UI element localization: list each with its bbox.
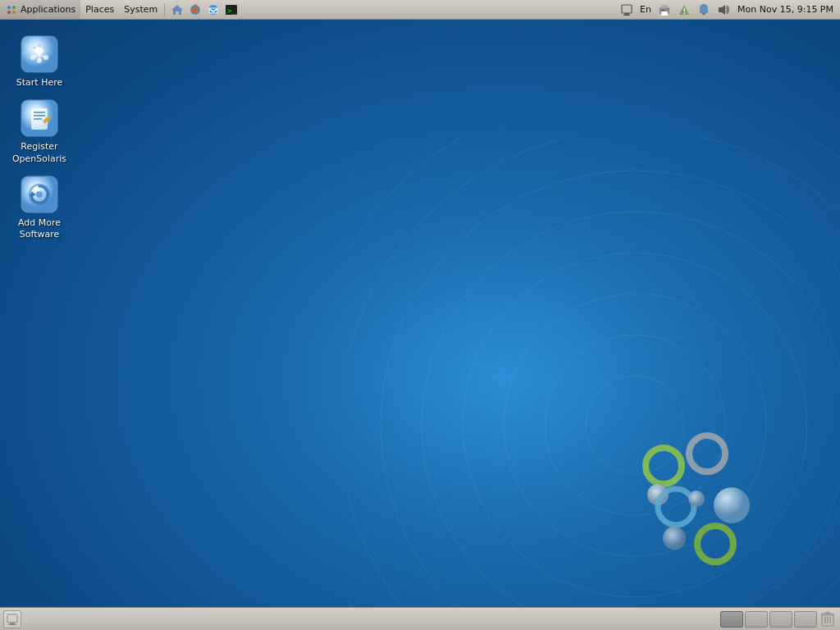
svg-point-43 <box>12 6 16 9</box>
svg-point-4 <box>422 212 840 630</box>
add-software-icon-image <box>20 175 59 214</box>
applications-menu-label: Applications <box>21 4 75 15</box>
svg-point-17 <box>688 491 705 507</box>
desktop: Start Here <box>0 0 840 630</box>
panel-separator-1 <box>164 3 165 16</box>
svg-point-12 <box>348 138 840 630</box>
svg-point-9 <box>348 138 840 630</box>
svg-point-6 <box>348 138 840 630</box>
workspace-1-button[interactable] <box>720 611 743 628</box>
svg-rect-53 <box>624 13 629 15</box>
svg-point-1 <box>545 335 725 515</box>
network-tray-icon[interactable] <box>618 2 636 18</box>
workspace-2-button[interactable] <box>745 611 768 628</box>
system-menu-label: System <box>124 4 158 15</box>
svg-point-8 <box>348 138 840 630</box>
notify-tray-icon[interactable] <box>695 2 713 18</box>
svg-rect-57 <box>661 11 668 16</box>
svg-point-22 <box>35 47 43 55</box>
svg-marker-62 <box>719 5 725 15</box>
terminal-button[interactable]: >_ <box>222 1 240 19</box>
svg-point-18 <box>714 487 750 523</box>
svg-point-2 <box>504 294 766 556</box>
svg-rect-54 <box>623 15 630 16</box>
volume-tray-icon[interactable] <box>714 2 733 18</box>
svg-point-20 <box>697 526 733 562</box>
svg-point-0 <box>586 376 684 474</box>
svg-point-3 <box>463 253 807 597</box>
start-here-label: Start Here <box>16 77 62 89</box>
taskbar-left <box>0 610 25 628</box>
show-desktop-button[interactable] <box>3 610 21 628</box>
taskbar-right <box>717 610 840 628</box>
svg-point-31 <box>33 46 36 49</box>
svg-rect-35 <box>34 115 45 116</box>
svg-point-16 <box>658 489 694 525</box>
applications-menu[interactable]: Applications <box>0 0 80 19</box>
svg-rect-63 <box>7 614 17 623</box>
svg-rect-56 <box>661 5 668 8</box>
places-menu[interactable]: Places <box>80 0 119 19</box>
datetime-text: Mon Nov 15, 9:15 PM <box>737 4 833 15</box>
keyboard-layout-indicator[interactable]: En <box>637 2 654 18</box>
trash-button[interactable] <box>819 610 837 628</box>
panel-left: Applications Places System <box>0 0 614 19</box>
system-menu[interactable]: System <box>119 0 162 19</box>
svg-point-5 <box>381 171 840 630</box>
svg-marker-46 <box>171 5 183 15</box>
home-button[interactable] <box>168 1 186 19</box>
svg-point-13 <box>646 448 682 484</box>
start-here-icon-image <box>20 34 59 74</box>
bottom-panel <box>0 607 840 630</box>
svg-rect-61 <box>702 13 705 15</box>
quick-launch-bar: >_ <box>167 0 242 19</box>
svg-point-41 <box>36 191 43 198</box>
svg-rect-65 <box>8 624 16 625</box>
firefox-button[interactable] <box>186 1 204 19</box>
register-label: Register OpenSolaris <box>10 141 69 165</box>
places-menu-label: Places <box>85 4 114 15</box>
workspace-4-button[interactable] <box>794 611 817 628</box>
workspace-3-button[interactable] <box>769 611 792 628</box>
updates-tray-icon[interactable]: ! <box>675 2 693 18</box>
top-panel: Applications Places System <box>0 0 840 20</box>
svg-point-14 <box>689 436 725 472</box>
svg-point-29 <box>38 44 41 48</box>
svg-point-42 <box>7 6 11 9</box>
datetime-display[interactable]: Mon Nov 15, 9:15 PM <box>734 2 837 18</box>
add-more-software-icon[interactable]: Add More Software <box>7 171 72 244</box>
svg-rect-36 <box>34 118 42 120</box>
svg-point-44 <box>7 11 11 14</box>
start-here-icon[interactable]: Start Here <box>7 31 72 92</box>
svg-rect-67 <box>821 614 834 615</box>
svg-text:>_: >_ <box>227 7 236 15</box>
register-icon-image <box>20 98 59 138</box>
svg-rect-68 <box>825 612 830 614</box>
svg-point-10 <box>348 138 840 630</box>
svg-point-7 <box>348 138 840 630</box>
svg-rect-58 <box>661 10 664 11</box>
thunderbird-button[interactable] <box>204 1 222 19</box>
keyboard-layout-label: En <box>640 4 651 15</box>
svg-point-45 <box>12 11 16 14</box>
background-circles <box>348 138 840 630</box>
svg-point-19 <box>663 527 686 550</box>
svg-rect-34 <box>34 112 45 113</box>
svg-point-11 <box>348 138 840 630</box>
svg-rect-64 <box>10 623 15 624</box>
printer-tray-icon[interactable] <box>655 2 673 18</box>
svg-point-30 <box>43 46 46 49</box>
applications-menu-icon <box>5 3 18 16</box>
svg-point-15 <box>647 484 669 505</box>
svg-text:!: ! <box>683 8 687 16</box>
desktop-icons-container: Start Here <box>0 25 82 250</box>
add-software-label: Add More Software <box>10 217 69 241</box>
register-opensolaris-icon[interactable]: Register OpenSolaris <box>7 95 72 168</box>
svg-rect-52 <box>622 5 632 13</box>
opensolaris-logo <box>610 417 774 581</box>
panel-right: En ! <box>614 0 840 19</box>
